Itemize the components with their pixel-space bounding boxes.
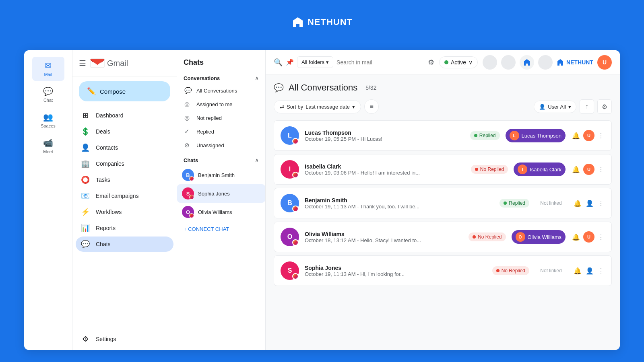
pencil-icon: ✏️: [87, 87, 96, 96]
sidebar-item-workflows[interactable]: ⚡ Workflows: [76, 204, 173, 220]
olivia-more-icon[interactable]: ⋮: [597, 232, 605, 242]
no-replied-dot-icon: [475, 168, 478, 171]
lucas-linked[interactable]: L Lucas Thompson: [506, 129, 566, 142]
olivia-linked[interactable]: O Olivia Williams: [512, 230, 566, 244]
chats-panel: Chats Conversations ∧ 💬 All Conversation…: [177, 50, 266, 350]
benjamin-name: Benjamin Smith: [305, 197, 494, 204]
isabella-info: Isabella Clark October 19, 03:06 PM - He…: [305, 163, 465, 176]
lucas-name: Lucas Thompson: [305, 130, 464, 136]
filter-sort-button[interactable]: ≡: [364, 99, 379, 114]
active-status-dropdown[interactable]: Active ∨: [439, 56, 478, 68]
olivia-mute-icon[interactable]: 🔔: [571, 232, 581, 242]
hamburger-icon[interactable]: ☰: [79, 58, 86, 68]
not-replied-icon: ◎: [184, 114, 192, 121]
sidebar-item-label-dashboard: Dashboard: [96, 112, 124, 119]
benjamin-conv-avatar-wrap: B: [281, 194, 299, 212]
isabella-more-icon[interactable]: ⋮: [597, 165, 605, 174]
user-avatar[interactable]: U: [597, 55, 612, 70]
benjamin-more-icon[interactable]: ⋮: [597, 199, 605, 208]
chats-section-header[interactable]: Chats ∧: [177, 152, 265, 166]
conv-row-lucas[interactable]: L Lucas Thompson October 19, 05:25 PM - …: [274, 120, 612, 151]
chevron-up-icon: ∧: [255, 75, 259, 81]
nav-spaces[interactable]: 👥 Spaces: [32, 108, 64, 132]
sidebar-item-deals[interactable]: 💲 Deals: [76, 124, 173, 139]
sophia-name: Sophia Jones: [198, 191, 230, 197]
benjamin-user-icon[interactable]: 👤: [585, 199, 594, 208]
settings-gear-button[interactable]: ⚙: [597, 99, 612, 114]
sophia-user-icon[interactable]: 👤: [585, 266, 594, 276]
chat-contact-olivia[interactable]: O Olivia Williams: [177, 203, 265, 221]
isabella-linked[interactable]: I Isabella Clark: [514, 162, 566, 176]
olivia-conv-avatar-wrap: O: [281, 228, 299, 246]
sophia-mute-icon[interactable]: 🔔: [573, 266, 582, 276]
search-icon[interactable]: 🔍: [274, 58, 283, 67]
sidebar-item-contacts[interactable]: 👤 Contacts: [76, 140, 173, 155]
compose-button[interactable]: ✏️ Compose: [79, 81, 170, 101]
sophia-status: No Replied: [492, 266, 529, 275]
conv-item-unassigned[interactable]: ⊘ Unassigned: [180, 138, 262, 152]
more-icon[interactable]: ⋮: [597, 131, 605, 140]
nethunt-brand-icon: [557, 59, 564, 66]
nav-meet[interactable]: 📹 Meet: [32, 134, 64, 158]
chat-contact-sophia[interactable]: S Sophia Jones: [177, 184, 265, 203]
conv-row-isabella[interactable]: I Isabella Clark October 19, 03:06 PM - …: [274, 154, 612, 185]
toolbar-circle-2[interactable]: [501, 55, 516, 70]
nethunt-icon-btn[interactable]: [520, 55, 534, 70]
lucas-ig-badge: [292, 138, 299, 144]
benjamin-mute-icon[interactable]: 🔔: [573, 199, 582, 208]
spaces-icon: 👥: [43, 112, 53, 122]
lucas-linked-avatar: L: [510, 131, 519, 140]
sidebar-item-reports[interactable]: 📊 Reports: [76, 220, 173, 236]
isabella-ig-badge: [292, 172, 299, 178]
sophia-more-icon[interactable]: ⋮: [597, 266, 605, 276]
gmail-m-icon: [90, 58, 105, 69]
conversations-section-title: Conversations: [184, 75, 220, 81]
olivia-info: Olivia Williams October 18, 13:12 AM - H…: [305, 231, 463, 243]
connect-chat-button[interactable]: + CONNECT CHAT: [177, 221, 265, 237]
mute-icon[interactable]: 🔔: [571, 131, 581, 140]
sidebar-item-dashboard[interactable]: ⊞ Dashboard: [76, 108, 173, 123]
replied-icon: ✓: [184, 128, 192, 135]
user-filter-label: User All: [548, 104, 566, 110]
toolbar-circle-1[interactable]: [483, 55, 497, 70]
isabella-mute-icon[interactable]: 🔔: [571, 165, 581, 174]
chat-contact-benjamin[interactable]: B Benjamin Smith: [177, 166, 265, 184]
sidebar-item-tasks[interactable]: ⭕ Tasks: [76, 172, 173, 187]
conv-row-sophia[interactable]: S Sophia Jones October 19, 11:13 AM - Hi…: [274, 255, 612, 286]
conv-item-replied[interactable]: ✓ Replied: [180, 125, 262, 138]
sort-by-label: Sort by: [287, 104, 303, 110]
nav-chat[interactable]: 💬 Chat: [32, 82, 64, 107]
export-button[interactable]: ↑: [580, 99, 594, 114]
toolbar-circle-3[interactable]: [538, 55, 553, 70]
nav-mail[interactable]: ✉ Mail: [32, 57, 64, 81]
pin-icon[interactable]: 📌: [286, 58, 294, 66]
nethunt-brand-label: NETHUNT: [566, 59, 593, 66]
sidebar-item-email-campaigns[interactable]: 📧 Email campaigns: [76, 188, 173, 204]
sophia-not-linked: Not linked: [535, 268, 567, 274]
isabella-preview: October 19, 03:06 PM - Hello! I am inter…: [305, 170, 465, 176]
user-filter-dropdown[interactable]: 👤 User All ▾: [534, 101, 576, 113]
conv-row-olivia[interactable]: O Olivia Williams October 18, 13:12 AM -…: [274, 222, 612, 252]
conversations-section-header[interactable]: Conversations ∧: [180, 72, 262, 84]
conv-item-assigned[interactable]: ◎ Assigned to me: [180, 97, 262, 111]
nethunt-logo-top: NETHUNT: [291, 16, 353, 29]
sidebar-item-label-chats: Chats: [96, 241, 111, 247]
conv-row-benjamin[interactable]: B Benjamin Smith October 19, 11:13 AM - …: [274, 188, 612, 218]
sophia-no-replied-dot: [496, 269, 500, 272]
filter-icon[interactable]: ⚙: [428, 58, 434, 67]
sophia-avatar-wrap: S: [182, 187, 194, 200]
sidebar-item-chats[interactable]: 💬 Chats: [76, 237, 173, 252]
conv-item-not-replied[interactable]: ◎ Not replied: [180, 111, 262, 125]
sort-button[interactable]: ⇄ Sort by Last message date ▾: [274, 100, 361, 113]
search-input[interactable]: [336, 59, 425, 66]
olivia-linked-avatar: O: [516, 232, 525, 242]
conv-toolbar: ⇄ Sort by Last message date ▾ ≡ 👤 User A…: [274, 99, 612, 114]
sidebar-item-companies[interactable]: 🏢 Companies: [76, 156, 173, 171]
nav-mail-label: Mail: [44, 72, 52, 77]
folder-dropdown[interactable]: All folders ▾: [297, 56, 333, 68]
conv-item-all[interactable]: 💬 All Conversations: [180, 84, 262, 97]
olivia-avatar-wrap: O: [182, 206, 194, 218]
conv-header: 💬 All Conversations 5/32: [274, 82, 612, 93]
sidebar-item-settings[interactable]: ⚙ Settings: [76, 331, 173, 347]
sophia-name: Sophia Jones: [305, 265, 487, 271]
